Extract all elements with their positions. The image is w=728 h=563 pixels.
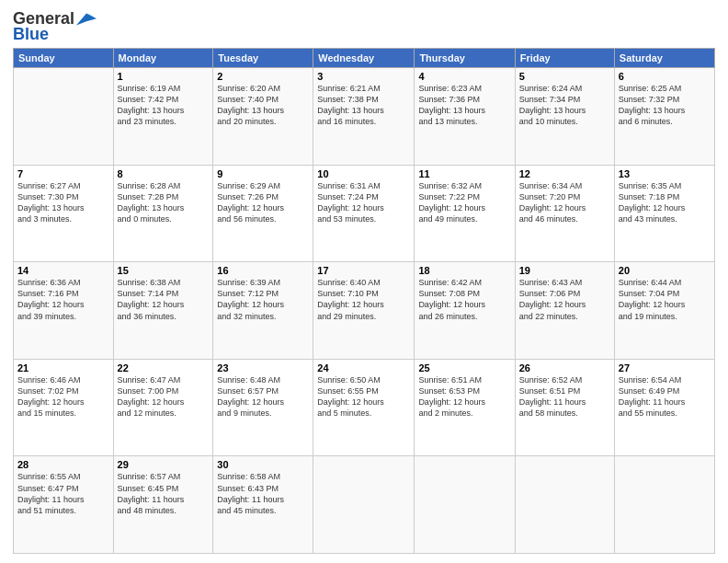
- table-row: 30Sunrise: 6:58 AM Sunset: 6:43 PM Dayli…: [213, 456, 313, 554]
- header-tuesday: Tuesday: [213, 49, 313, 68]
- day-info: Sunrise: 6:23 AM Sunset: 7:36 PM Dayligh…: [418, 83, 510, 128]
- table-row: [313, 456, 415, 554]
- day-number: 22: [118, 362, 210, 373]
- table-row: 10Sunrise: 6:31 AM Sunset: 7:24 PM Dayli…: [313, 165, 415, 262]
- table-row: [415, 456, 515, 554]
- table-row: 21Sunrise: 6:46 AM Sunset: 7:02 PM Dayli…: [14, 359, 114, 456]
- day-info: Sunrise: 6:40 AM Sunset: 7:10 PM Dayligh…: [317, 277, 410, 322]
- table-row: 11Sunrise: 6:32 AM Sunset: 7:22 PM Dayli…: [415, 165, 515, 262]
- day-info: Sunrise: 6:20 AM Sunset: 7:40 PM Dayligh…: [217, 83, 309, 128]
- day-info: Sunrise: 6:46 AM Sunset: 7:02 PM Dayligh…: [17, 374, 109, 419]
- table-row: 28Sunrise: 6:55 AM Sunset: 6:47 PM Dayli…: [14, 456, 114, 554]
- table-row: 9Sunrise: 6:29 AM Sunset: 7:26 PM Daylig…: [213, 165, 313, 262]
- calendar-week-row: 28Sunrise: 6:55 AM Sunset: 6:47 PM Dayli…: [14, 456, 715, 554]
- day-number: 25: [418, 362, 510, 373]
- header-thursday: Thursday: [415, 49, 515, 68]
- table-row: 29Sunrise: 6:57 AM Sunset: 6:45 PM Dayli…: [113, 456, 213, 554]
- table-row: 27Sunrise: 6:54 AM Sunset: 6:49 PM Dayli…: [614, 359, 714, 456]
- day-number: 12: [519, 168, 610, 179]
- day-info: Sunrise: 6:39 AM Sunset: 7:12 PM Dayligh…: [217, 277, 309, 322]
- day-info: Sunrise: 6:47 AM Sunset: 7:00 PM Dayligh…: [118, 374, 210, 419]
- day-info: Sunrise: 6:44 AM Sunset: 7:04 PM Dayligh…: [619, 277, 711, 322]
- day-info: Sunrise: 6:55 AM Sunset: 6:47 PM Dayligh…: [17, 471, 109, 516]
- day-info: Sunrise: 6:34 AM Sunset: 7:20 PM Dayligh…: [519, 180, 610, 225]
- table-row: 20Sunrise: 6:44 AM Sunset: 7:04 PM Dayli…: [614, 262, 714, 360]
- day-info: Sunrise: 6:25 AM Sunset: 7:32 PM Dayligh…: [619, 83, 711, 128]
- day-number: 7: [17, 168, 109, 179]
- day-info: Sunrise: 6:21 AM Sunset: 7:38 PM Dayligh…: [317, 83, 410, 128]
- day-info: Sunrise: 6:32 AM Sunset: 7:22 PM Dayligh…: [418, 180, 510, 225]
- table-row: 12Sunrise: 6:34 AM Sunset: 7:20 PM Dayli…: [515, 165, 614, 262]
- day-number: 9: [217, 168, 309, 179]
- table-row: [14, 68, 114, 166]
- table-row: 2Sunrise: 6:20 AM Sunset: 7:40 PM Daylig…: [213, 68, 313, 166]
- day-number: 26: [519, 362, 610, 373]
- logo-bird-icon: [76, 13, 97, 26]
- day-info: Sunrise: 6:27 AM Sunset: 7:30 PM Dayligh…: [17, 180, 109, 225]
- day-info: Sunrise: 6:52 AM Sunset: 6:51 PM Dayligh…: [519, 374, 610, 419]
- logo: General Blue: [13, 9, 97, 44]
- table-row: 22Sunrise: 6:47 AM Sunset: 7:00 PM Dayli…: [113, 359, 213, 456]
- header-saturday: Saturday: [614, 49, 714, 68]
- table-row: 1Sunrise: 6:19 AM Sunset: 7:42 PM Daylig…: [113, 68, 213, 166]
- day-info: Sunrise: 6:38 AM Sunset: 7:14 PM Dayligh…: [118, 277, 210, 322]
- day-number: 21: [17, 362, 109, 373]
- day-number: 5: [519, 71, 610, 82]
- table-row: [515, 456, 614, 554]
- calendar-table: Sunday Monday Tuesday Wednesday Thursday…: [13, 48, 715, 554]
- day-info: Sunrise: 6:48 AM Sunset: 6:57 PM Dayligh…: [217, 374, 309, 419]
- table-row: 13Sunrise: 6:35 AM Sunset: 7:18 PM Dayli…: [614, 165, 714, 262]
- table-row: 15Sunrise: 6:38 AM Sunset: 7:14 PM Dayli…: [113, 262, 213, 360]
- day-info: Sunrise: 6:42 AM Sunset: 7:08 PM Dayligh…: [418, 277, 510, 322]
- day-number: 19: [519, 265, 610, 276]
- day-number: 2: [217, 71, 309, 82]
- day-info: Sunrise: 6:24 AM Sunset: 7:34 PM Dayligh…: [519, 83, 610, 128]
- calendar-week-row: 1Sunrise: 6:19 AM Sunset: 7:42 PM Daylig…: [14, 68, 715, 166]
- day-number: 28: [17, 459, 109, 470]
- table-row: [614, 456, 714, 554]
- day-number: 3: [317, 71, 410, 82]
- header-sunday: Sunday: [14, 49, 114, 68]
- header-friday: Friday: [515, 49, 614, 68]
- table-row: 5Sunrise: 6:24 AM Sunset: 7:34 PM Daylig…: [515, 68, 614, 166]
- table-row: 4Sunrise: 6:23 AM Sunset: 7:36 PM Daylig…: [415, 68, 515, 166]
- day-info: Sunrise: 6:36 AM Sunset: 7:16 PM Dayligh…: [17, 277, 109, 322]
- table-row: 18Sunrise: 6:42 AM Sunset: 7:08 PM Dayli…: [415, 262, 515, 360]
- day-info: Sunrise: 6:54 AM Sunset: 6:49 PM Dayligh…: [619, 374, 711, 419]
- day-info: Sunrise: 6:29 AM Sunset: 7:26 PM Dayligh…: [217, 180, 309, 225]
- day-number: 29: [118, 459, 210, 470]
- svg-marker-0: [76, 13, 97, 25]
- day-number: 13: [619, 168, 711, 179]
- day-number: 4: [418, 71, 510, 82]
- day-info: Sunrise: 6:50 AM Sunset: 6:55 PM Dayligh…: [317, 374, 410, 419]
- logo-blue-text: Blue: [13, 25, 49, 44]
- day-number: 15: [118, 265, 210, 276]
- day-number: 17: [317, 265, 410, 276]
- day-number: 8: [118, 168, 210, 179]
- calendar-week-row: 14Sunrise: 6:36 AM Sunset: 7:16 PM Dayli…: [14, 262, 715, 360]
- day-number: 14: [17, 265, 109, 276]
- table-row: 19Sunrise: 6:43 AM Sunset: 7:06 PM Dayli…: [515, 262, 614, 360]
- day-number: 27: [619, 362, 711, 373]
- day-info: Sunrise: 6:57 AM Sunset: 6:45 PM Dayligh…: [118, 471, 210, 516]
- table-row: 25Sunrise: 6:51 AM Sunset: 6:53 PM Dayli…: [415, 359, 515, 456]
- day-info: Sunrise: 6:19 AM Sunset: 7:42 PM Dayligh…: [118, 83, 210, 128]
- day-info: Sunrise: 6:51 AM Sunset: 6:53 PM Dayligh…: [418, 374, 510, 419]
- day-number: 1: [118, 71, 210, 82]
- day-number: 24: [317, 362, 410, 373]
- table-row: 14Sunrise: 6:36 AM Sunset: 7:16 PM Dayli…: [14, 262, 114, 360]
- page-header: General Blue: [13, 9, 715, 44]
- day-number: 23: [217, 362, 309, 373]
- weekday-header-row: Sunday Monday Tuesday Wednesday Thursday…: [14, 49, 715, 68]
- day-info: Sunrise: 6:35 AM Sunset: 7:18 PM Dayligh…: [619, 180, 711, 225]
- table-row: 23Sunrise: 6:48 AM Sunset: 6:57 PM Dayli…: [213, 359, 313, 456]
- day-number: 18: [418, 265, 510, 276]
- day-number: 16: [217, 265, 309, 276]
- day-info: Sunrise: 6:58 AM Sunset: 6:43 PM Dayligh…: [217, 471, 309, 516]
- table-row: 17Sunrise: 6:40 AM Sunset: 7:10 PM Dayli…: [313, 262, 415, 360]
- table-row: 7Sunrise: 6:27 AM Sunset: 7:30 PM Daylig…: [14, 165, 114, 262]
- day-number: 11: [418, 168, 510, 179]
- header-monday: Monday: [113, 49, 213, 68]
- table-row: 26Sunrise: 6:52 AM Sunset: 6:51 PM Dayli…: [515, 359, 614, 456]
- header-wednesday: Wednesday: [313, 49, 415, 68]
